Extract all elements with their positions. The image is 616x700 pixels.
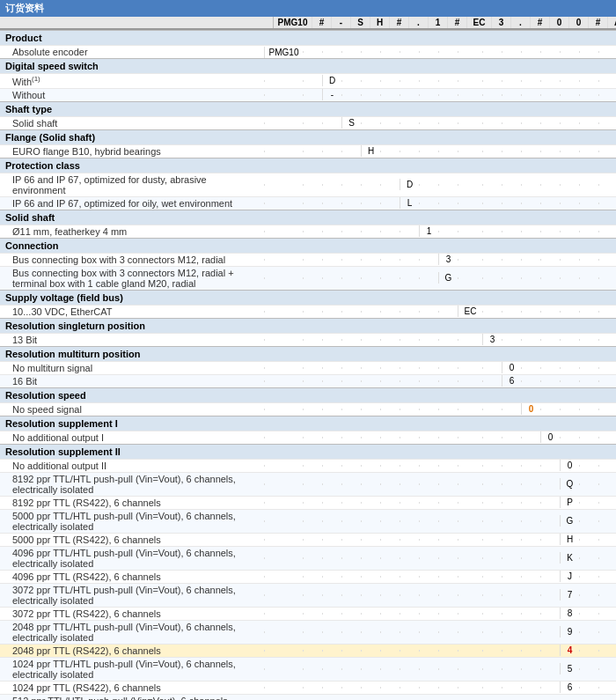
c2a [264,631,303,633]
c5k [482,520,502,522]
crm16b4 [341,380,361,382]
c82n [540,502,560,504]
cw15 [560,94,579,96]
cr2g [400,465,419,467]
c7 [419,51,438,53]
c8b [303,483,322,485]
c4j [458,557,482,559]
c82g [400,502,419,504]
c1a [264,668,303,670]
col-s: S [350,17,370,28]
cr2o: 0 [560,460,579,471]
cw3: - [322,89,341,100]
csv2 [303,311,322,313]
cv5 [361,80,380,82]
c2j [458,631,482,633]
c82f [380,502,400,504]
crm1 [264,367,303,369]
csv3 [322,311,341,313]
crs10 [458,339,482,341]
row-label-4096-ttl: 4096 ppr TTL (RS422), 6 channels [0,571,264,583]
cp8 [419,184,438,186]
csh1 [264,231,303,232]
cct3 [322,277,341,279]
c1b [303,668,322,670]
c32c [322,613,341,615]
c42a [264,576,303,578]
row-values-no-multiturn: 0 [264,362,616,374]
col-h: H [370,17,389,28]
cs2 [303,122,322,124]
c12h [419,687,438,689]
crm7 [400,367,419,369]
co10 [458,203,482,204]
crs1n: 0 [540,431,560,443]
crm16b15 [560,380,579,382]
cw7 [400,94,419,96]
cf5: H [361,145,380,157]
row-2048-ttl-htl: 2048 ppr TTL/HTL push-pull (Vin=Vout), 6… [0,620,616,644]
cr2n [540,465,560,467]
csv10: EC [458,306,482,317]
c2p [579,631,598,633]
co3 [322,203,341,204]
cp11 [482,184,502,186]
csh13 [521,231,540,232]
row-5000-ttl: 5000 ppr TTL (RS422), 6 channels H [0,533,616,546]
row-label-3072-ttl: 3072 ppr TTL (RS422), 6 channels [0,608,264,620]
c22d [341,650,361,652]
c5f [380,520,400,522]
crs4 [341,339,361,341]
cc3 [322,259,341,261]
section-supply-voltage: Supply voltage (field bus) [0,290,616,305]
c12j [458,687,482,689]
c82a [264,502,303,504]
cp15 [560,184,579,186]
column-header-row: PMG10 # - S H # . 1 # EC 3 . # 0 0 # A [0,17,616,30]
c2m [521,631,540,633]
row-values-conn-3m12: 3 [264,254,616,266]
cc5 [361,259,380,261]
row-label-5000-ttl: 5000 ppr TTL (RS422), 6 channels [0,534,264,546]
cf17 [598,151,616,152]
c12e [361,687,380,689]
c8d [341,483,361,485]
c3c [322,594,341,596]
csh9 [438,231,458,232]
cc10 [458,259,482,261]
cs16 [579,122,598,124]
section-digital-speed-switch: Digital speed switch [0,58,616,73]
crspd9 [438,409,458,410]
crm16b14 [540,380,560,382]
cc7 [400,259,419,261]
c12g [400,687,419,689]
cs5 [361,122,380,124]
crm16b17 [598,380,616,382]
c22q [598,650,616,652]
row-values-16bit: 6 [264,375,616,387]
c12o: 6 [560,682,579,693]
col-3: 3 [491,17,510,28]
cs15 [560,122,579,124]
cr2d [341,465,361,467]
csh8: 1 [419,225,438,237]
crm4 [341,367,361,369]
cs11 [482,122,502,124]
c2k [482,631,502,633]
c1g [400,668,419,670]
csh5 [361,231,380,232]
c2h [419,631,438,633]
crm16 [579,367,598,369]
c52i [438,539,458,541]
cf3 [322,151,341,152]
c12b [303,687,322,689]
crm15 [560,367,579,369]
crs17 [598,339,616,341]
c32l [502,613,521,615]
c8 [438,51,458,53]
c13 [540,51,560,53]
row-no-multiturn: No multiturn signal 0 [0,361,616,374]
co16 [579,203,598,204]
row-label-13bit: 13 Bit [0,334,264,346]
crm12: 0 [502,362,521,373]
